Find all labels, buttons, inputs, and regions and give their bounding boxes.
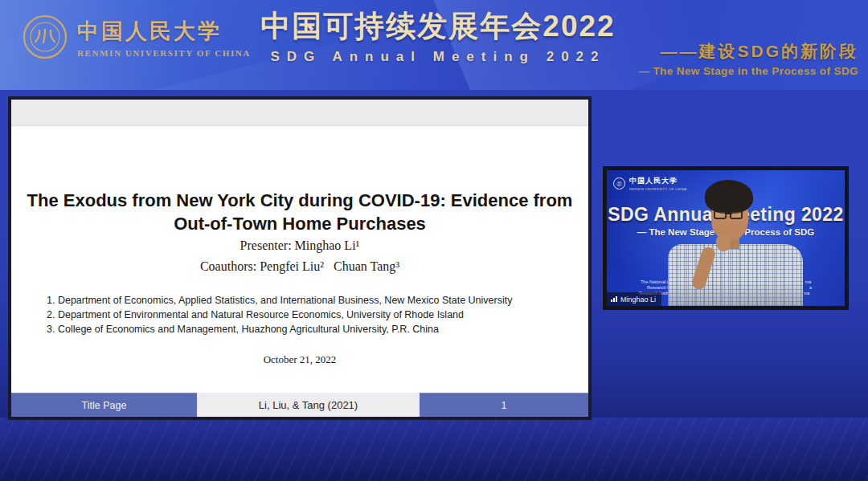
affiliation-item: 1. Department of Economics, Applied Stat… — [47, 293, 561, 308]
slide-title-line1: The Exodus from New York City during COV… — [11, 189, 588, 212]
speaker-video-panel: ㊣ 中国人民大学 RENMIN UNIVERSITY OF CHINA SDG … — [603, 166, 849, 310]
slide-title: The Exodus from New York City during COV… — [11, 189, 588, 235]
event-tagline: ——建设SDG的新阶段 — The New Stage in the Proce… — [638, 40, 858, 77]
footer-citation: Li, Liu, & Tang (2021) — [197, 393, 420, 417]
slide-footer: Title Page Li, Liu, & Tang (2021) 1 — [11, 393, 588, 417]
university-logo: 中国人民大学 RENMIN UNIVERSITY OF CHINA — [23, 14, 251, 59]
presenter-shirt — [668, 244, 803, 306]
affiliation-list: 1. Department of Economics, Applied Stat… — [47, 293, 561, 336]
ruc-seal-icon — [23, 14, 68, 59]
coauthors-line: Coauthors: Pengfei Liu² Chuan Tang³ — [11, 259, 588, 274]
university-name-en: RENMIN UNIVERSITY OF CHINA — [77, 48, 251, 58]
presenter-figure — [607, 170, 845, 306]
event-banner: 中国人民大学 RENMIN UNIVERSITY OF CHINA 中国可持续发… — [0, 0, 868, 90]
slide-date: October 21, 2022 — [11, 353, 588, 366]
event-tagline-en: — The New Stage in the Process of SDG — [638, 65, 858, 77]
presentation-slide: The Exodus from New York City during COV… — [8, 96, 592, 420]
footer-section-label: Title Page — [11, 393, 197, 417]
event-title: 中国可持续发展年会2022 SDG Annual Meeting 2022 — [237, 6, 639, 65]
signal-bars-icon — [611, 296, 617, 302]
participant-name: Minghao Li — [620, 296, 656, 304]
participant-name-tag: Minghao Li — [607, 292, 661, 306]
presenter-line: Presenter: Minghao Li¹ — [11, 238, 588, 253]
slide-top-band — [11, 100, 588, 126]
glasses-icon — [714, 210, 743, 219]
slide-title-line2: Out-of-Town Home Purchases — [11, 212, 588, 235]
bottom-background — [0, 418, 868, 481]
university-name-cn: 中国人民大学 — [77, 17, 251, 46]
livestream-frame: 中国人民大学 RENMIN UNIVERSITY OF CHINA 中国可持续发… — [0, 0, 868, 481]
event-title-cn: 中国可持续发展年会2022 — [237, 6, 639, 47]
event-title-en: SDG Annual Meeting 2022 — [237, 49, 639, 65]
event-tagline-cn: ——建设SDG的新阶段 — [638, 40, 858, 63]
affiliation-item: 3. College of Economics and Management, … — [47, 322, 561, 336]
affiliation-item: 2. Department of Environmental and Natur… — [47, 308, 561, 322]
speaker-video-content: ㊣ 中国人民大学 RENMIN UNIVERSITY OF CHINA SDG … — [607, 170, 845, 306]
footer-page-number: 1 — [420, 393, 588, 417]
